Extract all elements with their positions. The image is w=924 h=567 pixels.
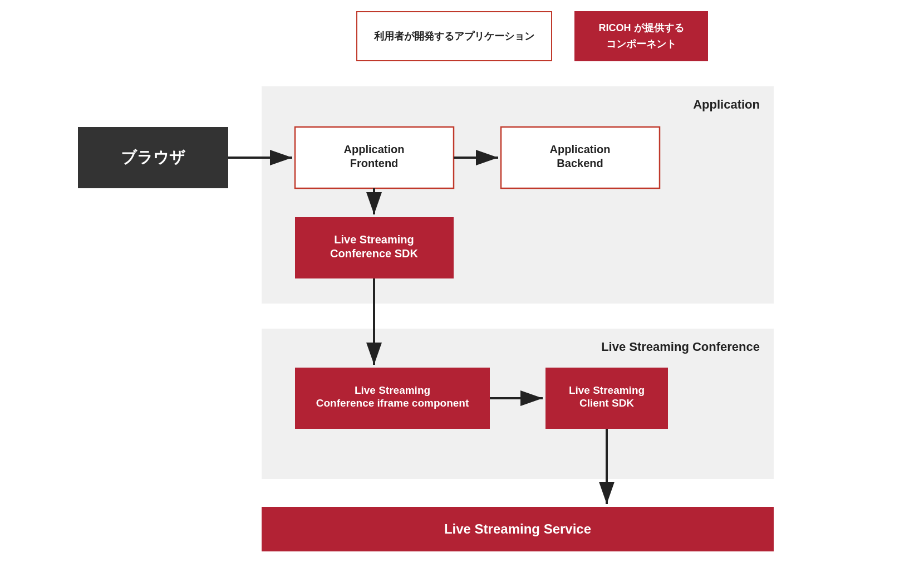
app-frontend-label-1: Application: [344, 143, 405, 155]
app-backend-label-1: Application: [550, 143, 611, 155]
sdk-label-1: Live Streaming: [334, 233, 414, 246]
browser-label: ブラウザ: [121, 149, 186, 166]
lsc-iframe-label-2: Conference iframe component: [316, 397, 469, 409]
lsc-client-label-2: Client SDK: [579, 397, 634, 409]
app-frontend-label-2: Frontend: [350, 157, 399, 169]
app-backend-label-2: Backend: [557, 157, 603, 169]
lsc-iframe-label-1: Live Streaming: [355, 384, 430, 396]
lsc-client-label-1: Live Streaming: [569, 384, 645, 396]
diagram-svg: Application Application Frontend Applica…: [0, 0, 924, 567]
lsc-label: Live Streaming Conference: [601, 340, 760, 354]
sdk-label-2: Conference SDK: [330, 247, 418, 260]
application-label: Application: [693, 97, 760, 111]
lss-label: Live Streaming Service: [444, 521, 591, 536]
